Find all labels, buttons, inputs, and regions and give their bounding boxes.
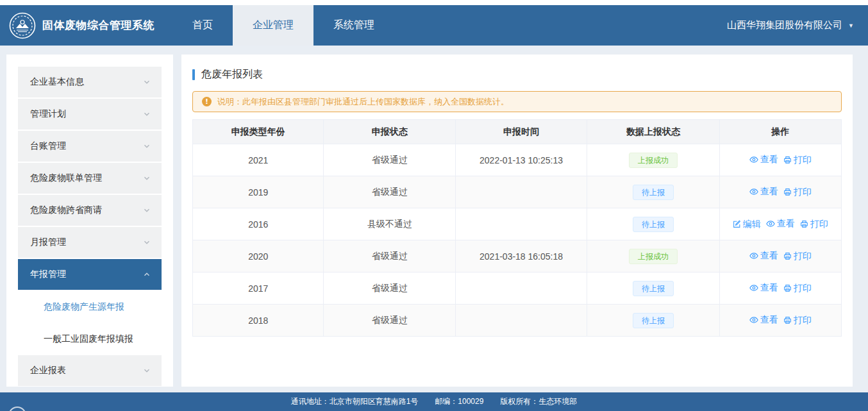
upload-status-cell: 待上报: [587, 208, 719, 240]
view-button[interactable]: 查看: [766, 218, 795, 230]
status-cell: 省级通过: [324, 240, 455, 273]
table-row: 2016县级不通过待上报编辑查看打印: [193, 208, 842, 240]
status-cell: 省级通过: [324, 176, 455, 208]
printer-icon: [800, 220, 808, 228]
actions-cell: 查看打印: [719, 305, 841, 337]
view-button[interactable]: 查看: [749, 186, 778, 197]
print-button[interactable]: 打印: [800, 219, 828, 230]
company-menu[interactable]: 山西华翔集团股份有限公司 ▼: [727, 5, 868, 46]
eye-icon: [749, 315, 758, 324]
sidebar-item-label: 台账管理: [30, 140, 66, 152]
info-icon: !: [202, 97, 212, 106]
sidebar-item[interactable]: 企业基本信息: [18, 67, 162, 97]
sidebar-item-label: 危险废物联单管理: [30, 172, 102, 184]
upload-status-badge: 待上报: [633, 281, 674, 296]
eye-icon: [749, 155, 758, 164]
table-column-header: 申报时间: [455, 120, 587, 144]
table-column-header: 数据上报状态: [587, 120, 719, 144]
print-button[interactable]: 打印: [783, 283, 812, 294]
view-button[interactable]: 查看: [749, 250, 778, 262]
chevron-down-icon: ▼: [848, 22, 854, 29]
ministry-emblem-logo-icon: [9, 12, 36, 39]
action-label: 查看: [760, 154, 778, 165]
page-title: 危废年报列表: [192, 68, 842, 81]
chevron-down-icon: [143, 206, 151, 214]
print-button[interactable]: 打印: [783, 251, 812, 262]
action-label: 查看: [760, 314, 778, 326]
footer-emblem-icon: [8, 407, 26, 411]
view-button[interactable]: 查看: [749, 282, 778, 294]
notice-text: 说明：此年报由区县管理部门审批通过后上传国家数据库，纳入全国数据统计。: [217, 96, 509, 108]
sidebar-item-label: 企业报表: [30, 365, 66, 376]
print-button[interactable]: 打印: [783, 187, 812, 198]
table-row: 2017省级通过待上报查看打印: [193, 273, 842, 305]
print-button[interactable]: 打印: [783, 155, 812, 166]
action-label: 打印: [794, 315, 812, 326]
table-column-header: 操作: [719, 120, 841, 144]
time-cell: 2021-03-18 16:05:18: [455, 240, 587, 273]
action-label: 查看: [760, 282, 778, 294]
footer-copyright: 版权所有：生态环境部: [500, 396, 577, 407]
nav-tab[interactable]: 系统管理: [313, 5, 394, 46]
title-accent-bar: [192, 69, 195, 80]
actions-cell: 查看打印: [719, 176, 841, 208]
sidebar-subitem[interactable]: 一般工业固废年报填报: [18, 323, 162, 355]
chevron-down-icon: [143, 78, 151, 86]
sidebar-item[interactable]: 管理计划: [18, 99, 162, 130]
sidebar-item-label: 危险废物跨省商请: [30, 205, 102, 216]
status-cell: 省级通过: [324, 305, 455, 337]
status-cell: 省级通过: [324, 144, 455, 176]
footer-postcode: 邮编：100029: [435, 396, 483, 407]
annual-report-table: 申报类型年份申报状态申报时间数据上报状态操作 2021省级通过2022-01-1…: [192, 119, 842, 337]
upload-status-cell: 上报成功: [587, 144, 719, 176]
actions-cell: 查看打印: [719, 240, 841, 273]
sidebar-item[interactable]: 台账管理: [18, 131, 162, 162]
upload-status-cell: 待上报: [587, 305, 719, 337]
sidebar-subitem[interactable]: 危险废物产生源年报: [18, 291, 162, 323]
time-cell: [455, 176, 587, 208]
table-header: 申报类型年份申报状态申报时间数据上报状态操作: [193, 120, 842, 144]
view-button[interactable]: 查看: [749, 314, 778, 326]
upload-status-badge: 上报成功: [629, 153, 678, 168]
app-title: 固体废物综合管理系统: [42, 18, 154, 33]
edit-button[interactable]: 编辑: [733, 219, 761, 230]
year-cell: 2021: [193, 144, 324, 176]
view-button[interactable]: 查看: [749, 154, 778, 165]
printer-icon: [783, 252, 792, 260]
sidebar-item[interactable]: 危险废物联单管理: [18, 163, 162, 194]
action-label: 打印: [794, 187, 812, 198]
table-column-header: 申报状态: [324, 120, 455, 144]
nav-tabs: 首页企业管理系统管理: [172, 5, 394, 46]
action-label: 编辑: [743, 219, 761, 230]
time-cell: [455, 305, 587, 337]
sidebar-item[interactable]: 月报管理: [18, 227, 162, 258]
chevron-down-icon: [143, 367, 151, 374]
time-cell: 2022-01-13 10:25:13: [455, 144, 587, 176]
status-cell: 县级不通过: [324, 208, 455, 240]
year-cell: 2020: [193, 240, 324, 273]
nav-tab[interactable]: 首页: [172, 5, 233, 46]
edit-icon: [733, 220, 741, 228]
main-panel: 危废年报列表 ! 说明：此年报由区县管理部门审批通过后上传国家数据库，纳入全国数…: [181, 55, 853, 387]
action-label: 打印: [794, 251, 812, 262]
nav-tab[interactable]: 企业管理: [233, 5, 313, 46]
time-cell: [455, 273, 587, 305]
actions-cell: 查看打印: [719, 144, 841, 176]
year-cell: 2018: [193, 305, 324, 337]
printer-icon: [783, 284, 792, 292]
year-cell: 2019: [193, 176, 324, 208]
action-label: 打印: [810, 219, 828, 230]
brand: 固体废物综合管理系统: [0, 5, 172, 46]
upload-status-badge: 上报成功: [629, 249, 678, 264]
upload-status-cell: 上报成功: [587, 240, 719, 273]
page-title-text: 危废年报列表: [201, 68, 263, 81]
sidebar-item[interactable]: 危险废物跨省商请: [18, 195, 162, 226]
table-row: 2020省级通过2021-03-18 16:05:18上报成功查看打印: [193, 240, 842, 273]
print-button[interactable]: 打印: [783, 315, 812, 326]
sidebar-item-label: 年报管理: [30, 269, 66, 280]
sidebar-item[interactable]: 年报管理: [18, 259, 162, 290]
status-cell: 省级通过: [324, 273, 455, 305]
sidebar-item[interactable]: 企业报表: [18, 355, 162, 386]
upload-status-badge: 待上报: [633, 185, 674, 200]
navbar: 固体废物综合管理系统 首页企业管理系统管理 山西华翔集团股份有限公司 ▼: [0, 5, 868, 46]
